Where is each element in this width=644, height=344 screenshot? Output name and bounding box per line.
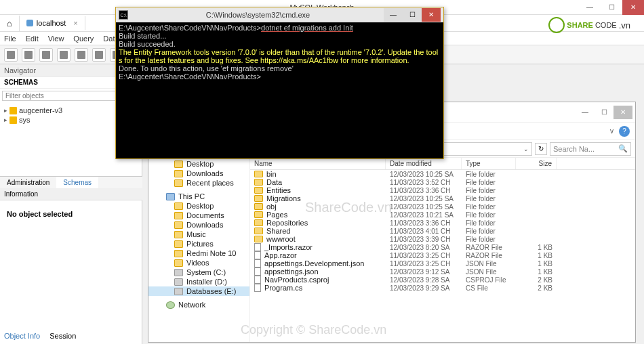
fe-maximize-button[interactable]: ☐	[595, 106, 613, 119]
nav-item[interactable]: Recent places	[148, 178, 249, 188]
fe-close-button[interactable]: ✕	[613, 106, 632, 119]
menu-view[interactable]: View	[48, 35, 64, 43]
nav-item[interactable]: Databases (E:)	[148, 286, 249, 296]
refresh-button[interactable]: ↻	[535, 143, 547, 155]
nav-item[interactable]: Desktop	[148, 159, 249, 169]
file-row[interactable]: NavProducts.csproj12/03/2023 9:28 SACSPR…	[250, 276, 635, 284]
wb-connection-tab[interactable]: localhost×	[20, 16, 85, 30]
fe-file-list: Name Date modified Type Size bin12/03/20…	[250, 158, 635, 342]
file-row[interactable]: _Imports.razor12/03/2023 8:20 SARAZOR Fi…	[250, 243, 635, 251]
fe-view-dropdown[interactable]: v	[610, 127, 613, 135]
file-row[interactable]: Shared11/03/2023 4:01 CHFile folder	[250, 227, 635, 235]
sharecode-logo: SHARECODE.vn	[548, 17, 630, 33]
file-row[interactable]: App.razor11/03/2023 3:25 CHRAZOR File1 K…	[250, 251, 635, 259]
wb-minimize-button[interactable]: —	[579, 0, 601, 15]
object-info-tab[interactable]: Object Info	[4, 332, 40, 340]
file-row[interactable]: bin12/03/2023 10:25 SAFile folder	[250, 170, 635, 178]
nav-item[interactable]: System (C:)	[148, 267, 249, 277]
cmd-maximize-button[interactable]: ☐	[403, 8, 422, 22]
nav-item[interactable]: Downloads	[148, 220, 249, 230]
help-icon[interactable]: ?	[619, 126, 630, 137]
nav-item[interactable]: Music	[148, 230, 249, 239]
cmd-titlebar[interactable]: C:\ C:\Windows\system32\cmd.exe — ☐ ✕	[116, 7, 443, 22]
no-object-selected: No object selected	[7, 210, 73, 218]
information-header: Information	[0, 188, 142, 200]
wb-close-button[interactable]: ✕	[622, 0, 644, 15]
fe-navigation-pane: DesktopDownloadsRecent placesThis PCDesk…	[148, 158, 250, 342]
cmd-window: C:\ C:\Windows\system32\cmd.exe — ☐ ✕ E:…	[115, 7, 444, 159]
wb-tool-1[interactable]	[4, 48, 18, 62]
cmd-icon: C:\	[119, 10, 128, 20]
wb-tool-6[interactable]	[92, 48, 106, 62]
fe-minimize-button[interactable]: —	[576, 106, 595, 119]
fe-column-headers[interactable]: Name Date modified Type Size	[250, 158, 635, 170]
session-tab[interactable]: Session	[49, 332, 76, 340]
menu-query[interactable]: Query	[73, 35, 94, 43]
cmd-close-button[interactable]: ✕	[422, 8, 441, 22]
file-row[interactable]: appsettings.Development.json11/03/2023 3…	[250, 259, 635, 267]
file-row[interactable]: wwwroot11/03/2023 3:39 CHFile folder	[250, 235, 635, 243]
file-row[interactable]: Data11/03/2023 3:52 CHFile folder	[250, 178, 635, 186]
cmd-output[interactable]: E:\Augcenter\ShareCodeVN\NavProducts>dot…	[116, 22, 443, 82]
nav-item[interactable]: This PC	[148, 192, 249, 201]
wb-tool-3[interactable]	[39, 48, 53, 62]
db-icon	[26, 20, 33, 26]
nav-item[interactable]: Pictures	[148, 239, 249, 249]
nav-item[interactable]: Downloads	[148, 169, 249, 178]
file-row[interactable]: Entities11/03/2023 3:36 CHFile folder	[250, 186, 635, 194]
watermark-copyright: Copyright © ShareCode.vn	[241, 323, 386, 337]
nav-item[interactable]: Redmi Note 10	[148, 249, 249, 258]
cmd-title: C:\Windows\system32\cmd.exe	[132, 11, 384, 19]
wb-home-tab[interactable]: ⌂	[0, 16, 20, 31]
wb-tool-2[interactable]	[22, 48, 35, 62]
wb-maximize-button[interactable]: ☐	[601, 0, 622, 15]
search-input[interactable]: Search Na...🔍	[550, 142, 631, 156]
nav-item[interactable]: Network	[148, 300, 249, 309]
file-row[interactable]: Repositories11/03/2023 3:36 CHFile folde…	[250, 219, 635, 227]
logo-icon	[548, 17, 565, 33]
menu-file[interactable]: File	[4, 35, 16, 43]
nav-item[interactable]: Installer (D:)	[148, 277, 249, 286]
file-row[interactable]: Program.cs12/03/2023 9:29 SACS File2 KB	[250, 284, 635, 292]
nav-item[interactable]: Desktop	[148, 201, 249, 211]
wb-tool-4[interactable]	[57, 48, 71, 62]
wb-tool-5[interactable]	[75, 48, 88, 62]
watermark-center: ShareCode.vn	[305, 200, 392, 215]
cmd-minimize-button[interactable]: —	[384, 8, 403, 22]
nav-item[interactable]: Videos	[148, 258, 249, 267]
nav-item[interactable]: Documents	[148, 211, 249, 220]
menu-edit[interactable]: Edit	[26, 35, 39, 43]
file-row[interactable]: appsettings.json12/03/2023 9:12 SAJSON F…	[250, 267, 635, 276]
